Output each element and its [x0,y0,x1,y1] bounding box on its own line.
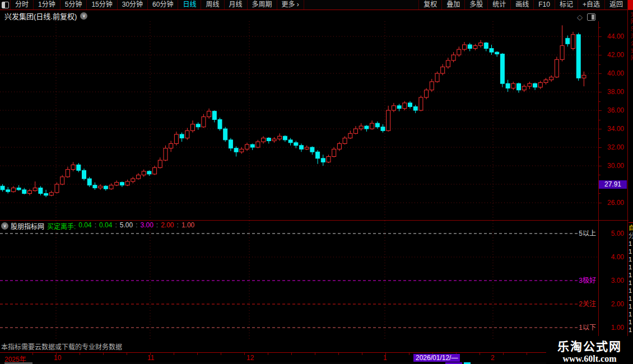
tool-button-叠加[interactable]: 叠加 [441,0,464,10]
watermark-site-name: 乐淘公式网 [546,337,633,354]
tool-button-多股[interactable]: 多股 [464,0,487,10]
price-tick: 32.00 [607,143,624,151]
indicator-note: 本指标需要云数据或下载的专业财务数据 [1,342,122,351]
price-tick: 36.00 [607,106,624,114]
price-tick: 40.00 [607,69,624,77]
period-button-60分钟[interactable]: 60分钟 [148,0,178,10]
trading-app-window: 分时1分钟5分钟15分钟30分钟60分钟日线周线月线多周期更多 › 复权叠加多股… [0,0,633,364]
tool-button-+自选[interactable]: +自选 [578,0,604,10]
indicator-panel[interactable]: 5以上3极好2关注1以下 [0,221,598,340]
layout-toggle-button[interactable] [0,0,11,10]
split-panel-icon [2,2,9,8]
tool-button-复权[interactable]: 复权 [418,0,441,10]
period-button-更多 ›[interactable]: 更多 › [277,0,304,10]
date-axis-label: 11 [147,354,154,362]
period-button-5分钟[interactable]: 5分钟 [60,0,87,10]
price-tick: 26.00 [607,199,624,207]
edge-vertical-watermark: 乐淘公式网乐淘公式网乐淘公式网乐淘公式网乐淘公式网乐淘公式网乐淘公式网 [629,11,633,218]
price-tick: 42.00 [607,51,624,59]
svg-text:2关注: 2关注 [579,300,596,308]
period-button-日线[interactable]: 日线 [178,0,201,10]
price-tick: 38.00 [607,88,624,96]
diamond-marker-icon[interactable]: ◇ [577,14,583,21]
date-axis-label: 2 [491,354,495,362]
chart-corner-icons: ◇ [577,13,595,21]
svg-text:3极好: 3极好 [579,277,596,284]
watermark-site-url: www.60lt.com [546,354,633,364]
tool-button-画线[interactable]: 画线 [510,0,533,10]
period-toolbar: 分时1分钟5分钟15分钟30分钟60分钟日线周线月线多周期更多 › 复权叠加多股… [0,0,633,10]
indicator-tick: 1.00 [611,324,624,332]
period-button-分时[interactable]: 分时 [11,0,34,10]
date-axis-current-label: 2026/01/12/— [413,354,460,362]
period-button-月线[interactable]: 月线 [225,0,248,10]
price-tick: 44.00 [607,32,624,40]
indicator-tick: 4.00 [611,253,624,261]
indicator-axis: 5.004.003.002.001.00 [599,221,627,340]
site-watermark: 乐淘公式网 www.60lt.com [546,336,633,364]
period-button-多周期[interactable]: 多周期 [248,0,277,10]
tool-button-group: 复权叠加多股统计画线F10标记+自选返回 [418,0,627,10]
period-button-30分钟[interactable]: 30分钟 [118,0,148,10]
edge-red-cap [629,0,633,9]
period-button-group: 分时1分钟5分钟15分钟30分钟60分钟日线周线月线多周期更多 › [11,0,304,10]
indicator-tick: 2.00 [611,300,624,308]
tool-button-F10[interactable]: F10 [533,0,555,10]
tool-button-标记[interactable]: 标记 [555,0,578,10]
date-axis: 2025年10111212026/01/12/—2 [0,352,633,363]
date-axis-label: 1 [383,354,387,362]
tool-button-统计[interactable]: 统计 [487,0,510,10]
panel-toggle-icon[interactable] [587,13,595,21]
svg-text:1以下: 1以下 [579,324,596,332]
stock-title: 兴发集团(日线.前复权) [4,11,77,21]
last-price-badge: 27.91 [599,180,627,189]
svg-text:5以上: 5以上 [579,230,596,237]
date-axis-label: 12 [246,354,254,362]
chevron-down-icon[interactable]: ∨ [80,12,87,20]
period-button-1分钟[interactable]: 1分钟 [34,0,60,10]
edge-border-line [627,0,628,362]
right-edge-strip: 乐淘公式网乐淘公式网乐淘公式网乐淘公式网乐淘公式网乐淘公式网乐淘公式网 自 分 … [629,0,633,364]
period-button-周线[interactable]: 周线 [201,0,224,10]
period-button-15分钟[interactable]: 15分钟 [87,0,117,10]
tool-button-返回[interactable]: 返回 [604,0,627,10]
date-axis-label: 10 [54,354,61,362]
chart-titlebar: 兴发集团(日线.前复权) ∨ [0,10,627,21]
indicator-tick: 3.00 [611,277,624,284]
indicator-tick: 5.00 [611,230,624,237]
edge-digit-column: 1 1 1 1 1 1 1 1 1 1 1 1 [629,240,632,334]
candlestick-chart[interactable] [0,21,598,220]
edge-sub-char: 分 [629,231,633,240]
price-tick: 30.00 [607,162,624,170]
price-axis: 44.0042.0040.0038.0036.0034.0032.0030.00… [599,21,627,220]
price-tick: 34.00 [607,125,624,133]
